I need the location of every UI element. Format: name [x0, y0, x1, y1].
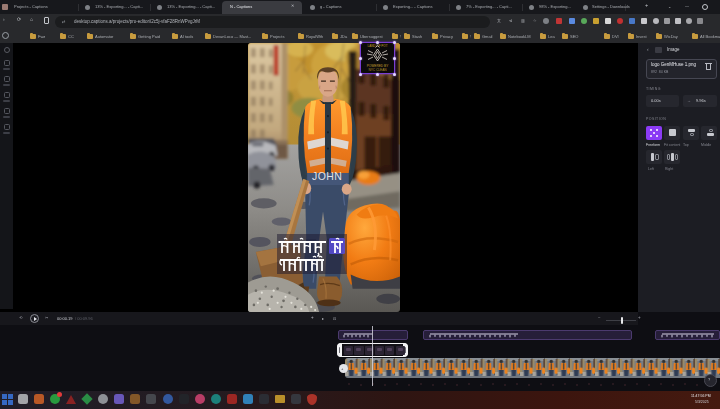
svg-text:NYC CLEAN: NYC CLEAN: [368, 68, 387, 72]
